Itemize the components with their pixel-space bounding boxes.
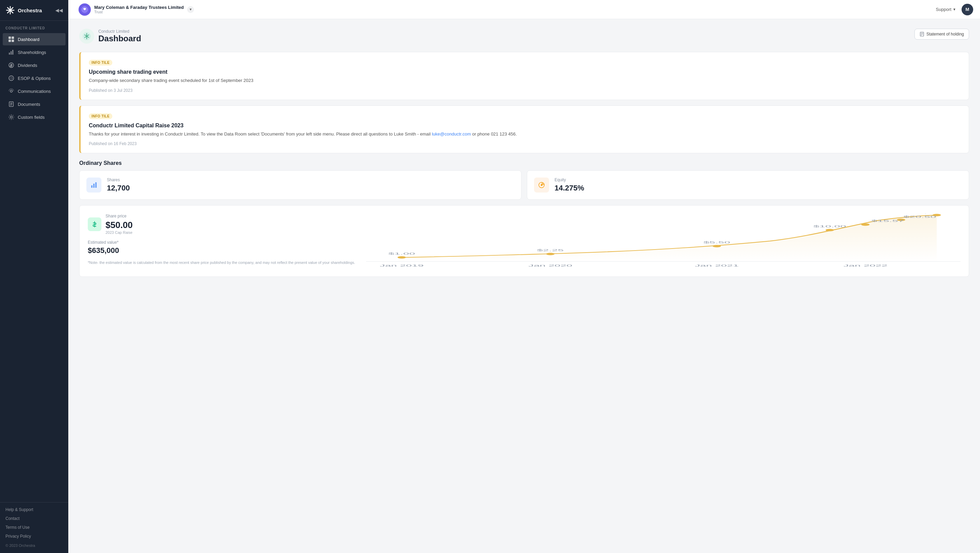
sidebar-item-documents[interactable]: Documents [3, 98, 65, 110]
sidebar-logo: Orchestra ◀◀ [0, 0, 68, 21]
sidebar-item-custom-fields[interactable]: Custom fields [3, 111, 65, 123]
svg-text:$5.50: $5.50 [703, 241, 730, 244]
svg-text:Jan 2022: Jan 2022 [843, 264, 888, 267]
svg-text:$2.25: $2.25 [537, 248, 564, 252]
svg-point-25 [713, 245, 721, 248]
user-avatar[interactable]: M [962, 4, 973, 15]
svg-point-24 [546, 253, 555, 255]
svg-point-0 [9, 9, 11, 11]
trust-selector[interactable]: Mary Coleman & Faraday Trustees Limited … [75, 2, 197, 18]
info-tile-title-1: Upcoming share trading event [89, 69, 961, 75]
shares-label: Shares [107, 178, 130, 182]
svg-text:$50.00: $50.00 [923, 214, 955, 215]
svg-rect-4 [12, 40, 14, 42]
estimated-value: $635,000 [88, 246, 355, 255]
svg-point-26 [826, 229, 834, 232]
sidebar-logo-text: Orchestra [18, 8, 42, 13]
sidebar-bottom: Help & Support Contact Terms of Use Priv… [0, 502, 68, 553]
svg-text:$15.57: $15.57 [872, 219, 904, 222]
equity-card: Equity 14.275% [527, 170, 969, 200]
shares-icon [86, 178, 102, 192]
privacy-link[interactable]: Privacy Policy [0, 532, 68, 541]
svg-rect-17 [91, 185, 92, 188]
communications-icon [8, 88, 14, 94]
svg-rect-5 [9, 52, 10, 55]
help-support-link[interactable]: Help & Support [0, 505, 68, 514]
sidebar-item-custom-fields-label: Custom fields [18, 115, 45, 120]
svg-rect-18 [93, 184, 95, 188]
info-tile-link[interactable]: luke@conductr.com [432, 132, 471, 137]
shares-card: Shares 12,700 [79, 170, 522, 200]
info-tile-date-1: Published on 3 Jul 2023 [89, 88, 961, 93]
company-icon [79, 29, 94, 44]
custom-fields-icon [8, 114, 14, 120]
sidebar-item-shareholdings-label: Shareholdings [18, 50, 46, 55]
svg-point-11 [10, 90, 12, 92]
sidebar-item-communications[interactable]: Communications [3, 85, 65, 97]
info-tile-body-prefix: Thanks for your interest in investing in… [89, 132, 432, 137]
price-note: *Note- the estimated value is calculated… [88, 261, 355, 265]
support-chevron-icon: ▼ [953, 8, 956, 11]
svg-point-27 [861, 224, 869, 226]
svg-point-21 [541, 184, 542, 186]
svg-point-13 [10, 116, 12, 118]
support-button[interactable]: Support ▼ [936, 7, 956, 12]
info-tile-title-2: Conductr Limited Capital Raise 2023 [89, 122, 961, 129]
sidebar-item-documents-label: Documents [18, 102, 40, 107]
page-title: Dashboard [98, 34, 141, 43]
statement-of-holding-button[interactable]: Statement of holding [915, 29, 969, 40]
sidebar-item-dividends[interactable]: Dividends [3, 59, 65, 72]
contact-link[interactable]: Contact [0, 514, 68, 523]
equity-stat-info: Equity 14.275% [555, 178, 584, 192]
dividends-icon [8, 62, 14, 68]
trust-chevron-icon[interactable]: ▼ [187, 6, 194, 13]
info-tile-date-2: Published on 16 Feb 2023 [89, 141, 961, 146]
dashboard-title-text: Conductr Limited Dashboard [98, 29, 141, 43]
share-price-chart: $1.00 $2.25 $5.50 $10.00 $15.57 $20.50 $… [366, 214, 961, 268]
info-tile-body-1: Company-wide secondary share trading eve… [89, 77, 961, 84]
dashboard-header: Conductr Limited Dashboard Statement of … [79, 29, 969, 44]
svg-text:$1.00: $1.00 [388, 252, 415, 255]
shares-value: 12,700 [107, 184, 130, 192]
sidebar-item-esop[interactable]: ESOP & Options [3, 72, 65, 84]
sidebar-collapse-button[interactable]: ◀◀ [55, 8, 63, 13]
svg-rect-7 [12, 50, 13, 55]
info-tile-body-suffix: or phone 021 123 456. [471, 132, 517, 137]
main-area: Mary Coleman & Faraday Trustees Limited … [68, 0, 980, 553]
equity-label: Equity [555, 178, 584, 182]
orchestra-logo-icon [5, 5, 15, 15]
dashboard-icon [8, 36, 14, 42]
dashboard-title-section: Conductr Limited Dashboard [79, 29, 141, 44]
info-tile-body-2: Thanks for your interest in investing in… [89, 131, 961, 138]
shareholdings-icon [8, 49, 14, 55]
svg-point-10 [10, 77, 12, 79]
info-tile-badge-1: INFO TILE [89, 60, 112, 65]
price-card: Share price $50.00 2023 Cap Raise Estima… [79, 205, 969, 277]
info-tile-2: INFO TILE Conductr Limited Capital Raise… [79, 105, 969, 154]
share-price-text: Share price $50.00 2023 Cap Raise [105, 214, 133, 235]
trust-type: Trust [94, 10, 184, 14]
svg-text:Jan 2019: Jan 2019 [380, 264, 424, 267]
sidebar-item-dashboard[interactable]: Dashboard [3, 33, 65, 45]
trust-info: Mary Coleman & Faraday Trustees Limited … [94, 5, 184, 14]
company-name: Conductr Limited [98, 29, 141, 34]
sidebar-section-label: CONDUCTR LIMITED [0, 21, 68, 33]
esop-icon [8, 75, 14, 81]
trust-name: Mary Coleman & Faraday Trustees Limited [94, 5, 184, 10]
document-icon [920, 32, 924, 37]
svg-rect-19 [95, 182, 97, 188]
svg-text:$20.50: $20.50 [904, 215, 936, 218]
shares-section-heading: Ordinary Shares [79, 160, 969, 166]
content-area: Conductr Limited Dashboard Statement of … [68, 19, 980, 553]
top-header: Mary Coleman & Faraday Trustees Limited … [68, 0, 980, 19]
terms-link[interactable]: Terms of Use [0, 523, 68, 532]
sidebar-item-shareholdings[interactable]: Shareholdings [3, 46, 65, 58]
share-price-sublabel: 2023 Cap Raise [105, 230, 133, 235]
equity-icon [534, 178, 549, 192]
sidebar-item-dashboard-label: Dashboard [18, 37, 40, 42]
svg-text:Jan 2021: Jan 2021 [695, 264, 739, 267]
share-price-label: Share price [105, 214, 133, 218]
estimated-value-info: Estimated value* $635,000 [88, 240, 355, 255]
sidebar-item-communications-label: Communications [18, 89, 51, 94]
stats-row: Shares 12,700 Equity 14.275% [79, 170, 969, 200]
